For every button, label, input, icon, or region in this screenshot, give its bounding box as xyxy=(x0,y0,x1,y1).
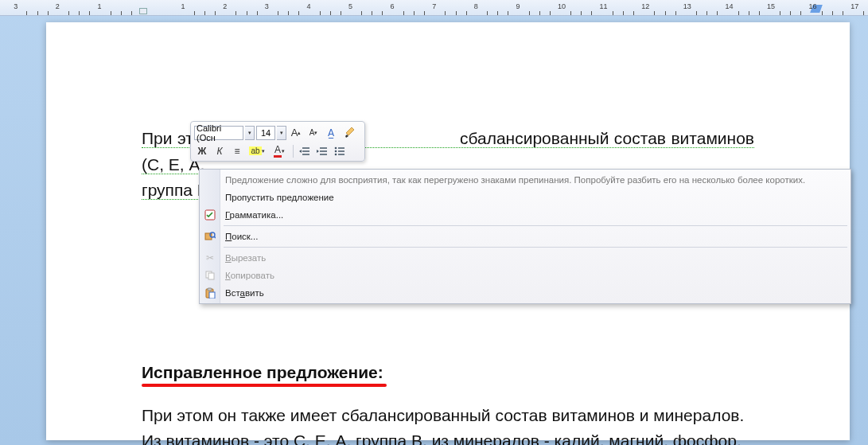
ruler-tick: 12 xyxy=(641,2,649,10)
red-underline xyxy=(142,384,387,387)
search-label-rest: оиск... xyxy=(232,232,258,241)
font-name-dropdown[interactable]: ▾ xyxy=(245,126,255,140)
grammar-label-rest: рамматика... xyxy=(230,210,284,220)
ruler-tick: 16 xyxy=(809,2,817,10)
svg-point-2 xyxy=(335,153,337,155)
search-item[interactable]: Поиск... xyxy=(200,228,850,245)
bullet-list-button[interactable] xyxy=(332,144,348,158)
cut-item: ✂ Вырезать xyxy=(200,249,850,267)
grammar-icon xyxy=(204,209,216,221)
mini-format-toolbar: Calibri (Осн ▾ 14 ▾ A▴ A▾ A̲ Ж К ≡ ab▾ A… xyxy=(190,121,365,162)
left-indent-marker[interactable] xyxy=(139,8,147,14)
ruler-tick: 6 xyxy=(391,2,395,10)
ruler-tick: 1 xyxy=(97,2,101,10)
paste-icon xyxy=(204,287,216,299)
heading-corrected[interactable]: Исправленное предложение: xyxy=(142,363,383,382)
highlight-button[interactable]: ab▾ xyxy=(247,144,267,158)
ruler-tick: 3 xyxy=(265,2,269,10)
skip-label: Пропустить предложение xyxy=(225,193,334,202)
font-size-dropdown[interactable]: ▾ xyxy=(277,126,286,140)
font-size-input[interactable]: 14 xyxy=(256,126,275,140)
svg-point-1 xyxy=(335,150,337,152)
svg-rect-9 xyxy=(208,288,212,291)
svg-rect-10 xyxy=(209,292,215,299)
ruler-tick: 15 xyxy=(767,2,775,10)
increase-indent-button[interactable] xyxy=(314,144,330,158)
shrink-font-button[interactable]: A▾ xyxy=(306,126,321,140)
bold-button[interactable]: Ж xyxy=(194,144,210,158)
cut-label-rest: ырезать xyxy=(232,253,266,263)
decrease-indent-button[interactable] xyxy=(297,144,313,158)
svg-point-0 xyxy=(335,146,337,149)
copy-item: Копировать xyxy=(200,267,850,284)
ruler-tick: 11 xyxy=(600,2,608,10)
separator xyxy=(224,247,847,248)
font-name-input[interactable]: Calibri (Осн xyxy=(194,126,243,140)
grammar-item[interactable]: Грамматика... xyxy=(200,206,850,224)
separator xyxy=(293,145,294,158)
ruler-tick: 9 xyxy=(516,2,520,10)
copy-icon xyxy=(204,269,216,282)
ruler-tick: 3 xyxy=(14,2,18,10)
ruler-tick: 5 xyxy=(348,2,352,10)
ruler-tick: 8 xyxy=(474,2,478,10)
copy-label-rest: опировать xyxy=(231,271,274,280)
skip-sentence-item[interactable]: Пропустить предложение xyxy=(200,189,850,206)
ruler-tick: 14 xyxy=(725,2,733,10)
align-center-button[interactable]: ≡ xyxy=(229,144,245,158)
ruler-tick: 10 xyxy=(558,2,566,10)
ruler-tick: 7 xyxy=(432,2,436,10)
svg-rect-7 xyxy=(208,273,214,279)
change-case-button[interactable]: A̲ xyxy=(323,126,339,140)
grow-font-button[interactable]: A▴ xyxy=(288,126,304,140)
ruler-tick: 4 xyxy=(306,2,310,10)
italic-button[interactable]: К xyxy=(212,144,228,158)
search-icon xyxy=(204,230,216,243)
ruler-tick: 2 xyxy=(223,2,227,10)
horizontal-ruler[interactable]: 3211234567891011121314151617 xyxy=(0,0,868,16)
scissors-icon: ✂ xyxy=(204,252,216,264)
grammar-suggestion-item: Предложение сложно для восприятия, так к… xyxy=(200,171,850,189)
heading-text: Исправленное предложение: xyxy=(142,363,383,381)
format-painter-button[interactable] xyxy=(341,126,361,140)
ruler-tick: 17 xyxy=(850,2,858,10)
grammar-suggestion-text: Предложение сложно для восприятия, так к… xyxy=(225,175,805,185)
paste-item[interactable]: Вставить xyxy=(200,284,850,302)
paragraph-corrected[interactable]: При этом он также имеет сбалансированный… xyxy=(142,403,754,445)
font-color-button[interactable]: A▾ xyxy=(269,144,290,158)
ruler-tick: 1 xyxy=(181,2,185,10)
separator xyxy=(224,225,847,226)
para1-text-a: При эт xyxy=(142,129,193,147)
ruler-tick: 13 xyxy=(683,2,691,10)
ruler-tick: 2 xyxy=(56,2,60,10)
context-menu: Предложение сложно для восприятия, так к… xyxy=(199,169,851,304)
